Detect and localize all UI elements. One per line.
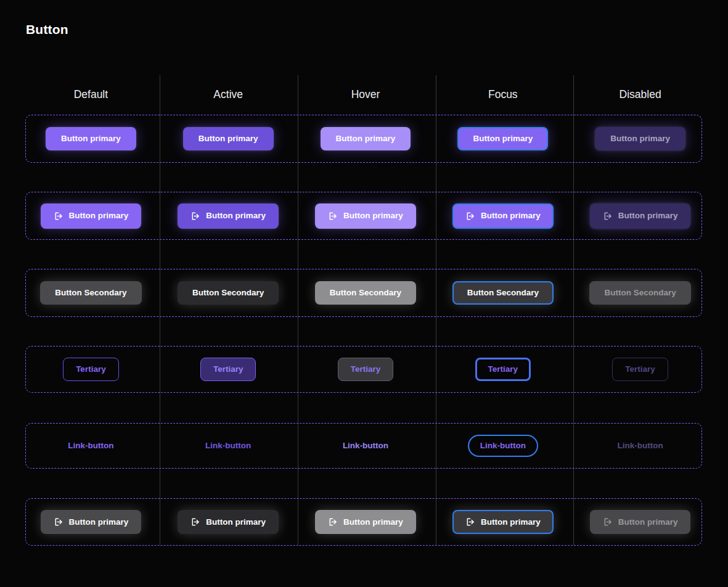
button-label: Tertiary — [488, 365, 518, 374]
exit-arrow-icon — [603, 517, 612, 527]
button-label: Button primary — [336, 134, 396, 143]
button-label: Button primary — [618, 518, 678, 527]
button-label: Link-button — [68, 441, 113, 450]
button-label: Button primary — [69, 518, 129, 527]
column-header-default: Default — [22, 75, 160, 113]
row-primary-icon: Button primary Button primary Button pri… — [22, 192, 709, 240]
primary-icon-disabled-button[interactable]: Button primary — [590, 203, 691, 229]
link-default-button[interactable]: Link-button — [64, 437, 117, 455]
exit-arrow-icon — [54, 211, 63, 221]
link-hover-button[interactable]: Link-button — [339, 437, 392, 455]
tertiary-focus-button[interactable]: Tertiary — [475, 358, 531, 381]
exit-arrow-icon — [465, 517, 475, 527]
column-header-disabled: Disabled — [571, 75, 709, 113]
row-tertiary: Tertiary Tertiary Tertiary Tertiary Tert… — [22, 346, 709, 393]
page-title: Button — [26, 22, 68, 37]
link-active-button[interactable]: Link-button — [202, 437, 255, 455]
button-label: Tertiary — [213, 365, 243, 374]
secondary-focus-button[interactable]: Button Secondary — [452, 281, 554, 305]
exit-arrow-icon — [328, 517, 337, 527]
secondary-icon-focus-button[interactable]: Button primary — [452, 510, 554, 534]
primary-icon-default-button[interactable]: Button primary — [41, 203, 142, 229]
tertiary-disabled-button[interactable]: Tertiary — [612, 358, 668, 381]
button-label: Button primary — [343, 518, 403, 527]
button-label: Link-button — [343, 441, 388, 450]
button-label: Button primary — [481, 518, 541, 527]
secondary-hover-button[interactable]: Button Secondary — [315, 281, 416, 305]
button-label: Link-button — [480, 441, 526, 450]
secondary-icon-disabled-button[interactable]: Button primary — [590, 510, 691, 534]
primary-active-button[interactable]: Button primary — [183, 127, 274, 150]
link-disabled-button[interactable]: Link-button — [613, 437, 666, 455]
button-label: Button primary — [61, 134, 121, 143]
column-header-focus: Focus — [434, 75, 571, 113]
column-headers: Default Active Hover Focus Disabled — [22, 75, 709, 113]
primary-icon-focus-button[interactable]: Button primary — [452, 203, 554, 229]
secondary-icon-default-button[interactable]: Button primary — [41, 510, 142, 534]
button-label: Button primary — [206, 211, 266, 220]
button-label: Button Secondary — [330, 289, 401, 297]
row-primary: Button primary Button primary Button pri… — [22, 115, 709, 163]
button-label: Button primary — [206, 518, 266, 527]
row-secondary-icon: Button primary Button primary Button pri… — [22, 498, 709, 546]
button-label: Button primary — [69, 211, 129, 220]
button-label: Button primary — [481, 211, 541, 220]
exit-arrow-icon — [603, 211, 612, 221]
exit-arrow-icon — [190, 211, 200, 221]
button-label: Link-button — [205, 441, 251, 450]
column-header-active: Active — [160, 75, 297, 113]
button-label: Button Secondary — [604, 289, 676, 297]
button-label: Button primary — [473, 134, 533, 143]
exit-arrow-icon — [54, 517, 63, 527]
button-label: Tertiary — [625, 365, 655, 374]
link-focus-button[interactable]: Link-button — [468, 435, 538, 457]
secondary-icon-active-button[interactable]: Button primary — [178, 510, 279, 534]
tertiary-hover-button[interactable]: Tertiary — [338, 358, 394, 381]
exit-arrow-icon — [328, 211, 337, 221]
primary-focus-button[interactable]: Button primary — [457, 127, 548, 150]
column-header-hover: Hover — [297, 75, 435, 113]
primary-icon-active-button[interactable]: Button primary — [178, 203, 279, 229]
exit-arrow-icon — [190, 517, 200, 527]
button-label: Button primary — [198, 134, 258, 143]
secondary-disabled-button[interactable]: Button Secondary — [589, 281, 690, 305]
button-label: Button Secondary — [55, 289, 126, 297]
tertiary-default-button[interactable]: Tertiary — [63, 358, 119, 381]
button-label: Button Secondary — [192, 289, 264, 297]
button-label: Button primary — [610, 134, 670, 143]
button-label: Button Secondary — [467, 289, 539, 297]
row-link: Link-button Link-button Link-button Link… — [22, 423, 709, 469]
secondary-active-button[interactable]: Button Secondary — [178, 281, 279, 305]
exit-arrow-icon — [465, 211, 475, 221]
primary-icon-hover-button[interactable]: Button primary — [315, 203, 416, 229]
secondary-default-button[interactable]: Button Secondary — [40, 281, 141, 305]
button-label: Button primary — [343, 211, 403, 220]
button-label: Button primary — [618, 211, 678, 220]
row-secondary: Button Secondary Button Secondary Button… — [22, 269, 709, 317]
primary-disabled-button[interactable]: Button primary — [595, 127, 685, 150]
button-label: Tertiary — [351, 365, 381, 374]
button-label: Link-button — [617, 441, 663, 450]
button-label: Tertiary — [76, 365, 106, 374]
tertiary-active-button[interactable]: Tertiary — [200, 358, 256, 381]
secondary-icon-hover-button[interactable]: Button primary — [315, 510, 416, 534]
primary-hover-button[interactable]: Button primary — [321, 127, 411, 150]
primary-default-button[interactable]: Button primary — [46, 127, 136, 150]
